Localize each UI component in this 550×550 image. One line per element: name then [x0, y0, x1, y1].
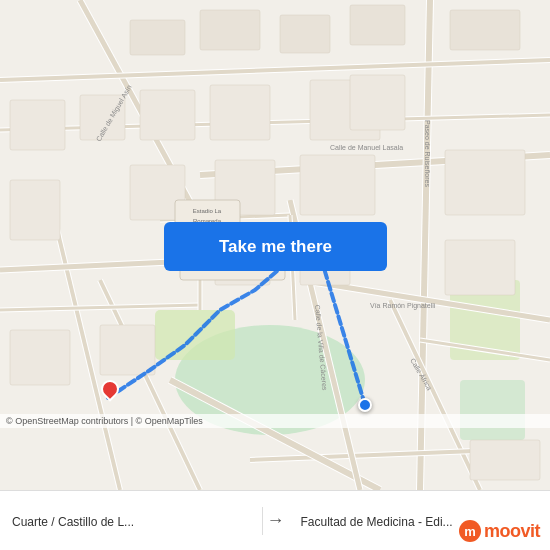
svg-rect-43 — [280, 15, 330, 53]
bottom-bar: Cuarte / Castillo de L... → Facultad de … — [0, 490, 550, 550]
svg-text:m: m — [464, 524, 476, 539]
svg-rect-46 — [10, 100, 65, 150]
svg-text:Estadio La: Estadio La — [193, 208, 222, 214]
svg-rect-4 — [460, 380, 525, 440]
svg-rect-44 — [350, 5, 405, 45]
svg-rect-55 — [300, 155, 375, 215]
origin-name: Cuarte / Castillo de L... — [12, 515, 250, 529]
svg-rect-56 — [445, 150, 525, 215]
destination-marker — [358, 398, 372, 412]
svg-rect-48 — [140, 90, 195, 140]
svg-text:Vía Ramón Pignatelli: Vía Ramón Pignatelli — [370, 302, 436, 310]
map-attribution: © OpenStreetMap contributors | © OpenMap… — [0, 414, 550, 428]
svg-rect-52 — [10, 180, 60, 240]
svg-rect-62 — [470, 440, 540, 480]
svg-rect-51 — [350, 75, 405, 130]
svg-text:Calle de Manuel Lasala: Calle de Manuel Lasala — [330, 144, 403, 151]
svg-rect-45 — [450, 10, 520, 50]
svg-text:Paseo de Ruiseñores: Paseo de Ruiseñores — [424, 120, 431, 187]
origin-section: Cuarte / Castillo de L... — [0, 507, 263, 535]
map-container: Hospital Universitario Miguel Servet Est… — [0, 0, 550, 490]
svg-rect-61 — [100, 325, 155, 375]
svg-rect-42 — [200, 10, 260, 50]
direction-arrow: → — [263, 510, 289, 531]
moovit-brand-text: moovit — [484, 521, 540, 542]
take-me-there-button[interactable]: Take me there — [164, 222, 387, 271]
svg-rect-41 — [130, 20, 185, 55]
moovit-icon: m — [459, 520, 481, 542]
svg-rect-60 — [10, 330, 70, 385]
moovit-logo: m moovit — [459, 520, 540, 542]
svg-rect-59 — [445, 240, 515, 295]
svg-rect-49 — [210, 85, 270, 140]
